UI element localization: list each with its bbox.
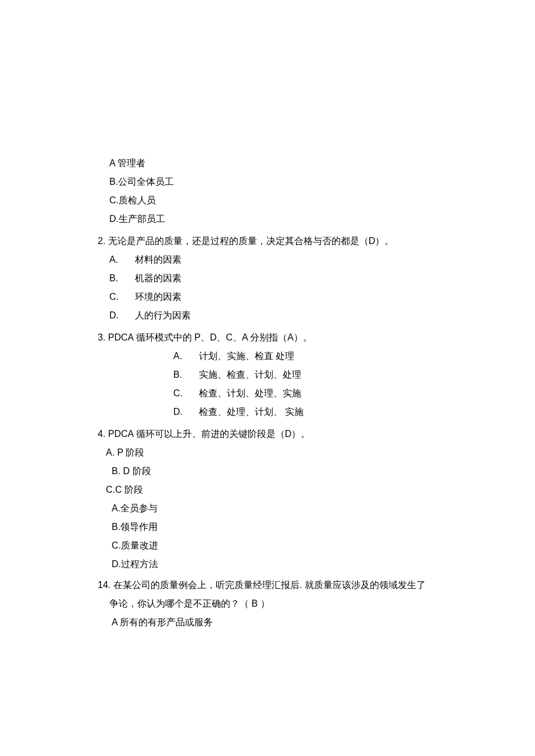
q4-option-b-text: B. D 阶段 xyxy=(112,466,151,476)
q2-stem-text: 2. 无论是产品的质量，还是过程的质量，决定其合格与否的都是（D）。 xyxy=(98,236,394,246)
q13-option-b: B.领导作用 xyxy=(98,518,437,536)
q3-option-c: C.检查、计划、处理、实施 xyxy=(173,384,437,403)
q2-stem: 2. 无论是产品的质量，还是过程的质量，决定其合格与否的都是（D）。 xyxy=(98,232,437,250)
q2-option-b-letter: B. xyxy=(109,269,135,288)
q3-option-c-letter: C. xyxy=(173,384,199,403)
q3-option-a-letter: A. xyxy=(173,347,199,366)
q1-option-d: D.生产部员工 xyxy=(98,210,437,228)
q3-stem-text: 3. PDCA 循环模式中的 P、D、C、A 分别指（A）。 xyxy=(98,332,312,342)
q1-option-b: B.公司全体员工 xyxy=(98,173,437,191)
q2-option-d-letter: D. xyxy=(109,306,135,325)
q4-stem: 4. PDCA 循环可以上升、前进的关键阶段是（D）。 xyxy=(98,425,437,443)
q2-option-c: C.环境的因素 xyxy=(98,288,437,306)
q2-option-d-text: 人的行为因素 xyxy=(135,310,191,320)
q1-option-b-text: B.公司全体员工 xyxy=(109,177,174,187)
q1-option-a-text: A 管理者 xyxy=(109,158,145,168)
q1-option-c-text: C.质检人员 xyxy=(109,195,156,205)
q4-option-c: C.C 阶段 xyxy=(98,481,437,499)
q4-option-c-text: C.C 阶段 xyxy=(106,485,143,495)
q2-option-a-letter: A. xyxy=(109,250,135,269)
q13-option-d-text: D.过程方法 xyxy=(112,559,158,569)
q13-option-c-text: C.质量改进 xyxy=(112,540,158,550)
q2-option-c-text: 环境的因素 xyxy=(135,292,181,302)
q14-stem-line1: 14. 在某公司的质量例会上，听完质量经理汇报后. 就质量应该涉及的领域发生了 xyxy=(98,576,437,594)
q3-option-b-letter: B. xyxy=(173,366,199,384)
q13-option-b-text: B.领导作用 xyxy=(112,522,158,532)
q13-option-a-text: A.全员参与 xyxy=(112,503,158,513)
q14-option-a-text: A 所有的有形产品或服务 xyxy=(112,617,213,627)
q3-option-c-text: 检查、计划、处理、实施 xyxy=(199,384,301,403)
q2-option-b-text: 机器的因素 xyxy=(135,273,181,283)
q1-option-d-text: D.生产部员工 xyxy=(109,214,165,224)
q4-option-b: B. D 阶段 xyxy=(98,462,437,481)
q14-stem-line1-text: 14. 在某公司的质量例会上，听完质量经理汇报后. 就质量应该涉及的领域发生了 xyxy=(98,580,426,590)
q2-option-d: D.人的行为因素 xyxy=(98,306,437,325)
q3-option-d-letter: D. xyxy=(173,403,199,421)
q13-option-a: A.全员参与 xyxy=(98,499,437,518)
q1-option-a: A 管理者 xyxy=(98,154,437,173)
q14-stem-line2-text: 争论，你认为哪个是不正确的？（ B ） xyxy=(109,599,270,608)
q14-option-a: A 所有的有形产品或服务 xyxy=(98,613,437,632)
q4-option-a: A. P 阶段 xyxy=(98,443,437,462)
q2-option-a-text: 材料的因素 xyxy=(135,255,181,264)
q3-option-a: A.计划、实施、检直 处理 xyxy=(173,347,437,366)
q2-option-a: A.材料的因素 xyxy=(98,250,437,269)
q3-option-d: D.检查、处理、计划、 实施 xyxy=(173,403,437,421)
q3-stem: 3. PDCA 循环模式中的 P、D、C、A 分别指（A）。 xyxy=(98,328,437,347)
q1-option-c: C.质检人员 xyxy=(98,191,437,210)
q3-option-d-text: 检查、处理、计划、 实施 xyxy=(199,403,304,421)
q3-options: A.计划、实施、检直 处理 B.实施、检查、计划、处理 C.检查、计划、处理、实… xyxy=(98,347,437,421)
q4-option-a-text: A. P 阶段 xyxy=(106,447,144,457)
q3-option-a-text: 计划、实施、检直 处理 xyxy=(199,347,294,366)
q14-stem-line2: 争论，你认为哪个是不正确的？（ B ） xyxy=(98,594,437,613)
q2-option-b: B.机器的因素 xyxy=(98,269,437,288)
q2-option-c-letter: C. xyxy=(109,288,135,306)
q4-stem-text: 4. PDCA 循环可以上升、前进的关键阶段是（D）。 xyxy=(98,429,310,439)
q3-option-b: B.实施、检查、计划、处理 xyxy=(173,366,437,384)
q13-option-d: D.过程方法 xyxy=(98,555,437,574)
q3-option-b-text: 实施、检查、计划、处理 xyxy=(199,366,301,384)
q13-option-c: C.质量改进 xyxy=(98,536,437,555)
